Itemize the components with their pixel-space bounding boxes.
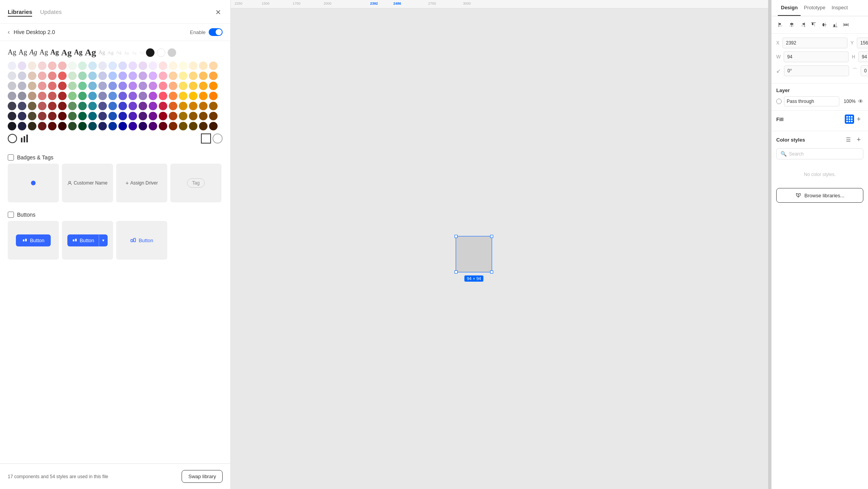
color-swatch[interactable] (209, 82, 218, 90)
color-swatch[interactable] (169, 72, 177, 80)
align-top-btn[interactable] (809, 20, 818, 29)
color-swatch[interactable] (48, 92, 57, 100)
color-swatch[interactable] (189, 102, 197, 110)
color-swatch[interactable] (199, 112, 208, 120)
color-swatch[interactable] (199, 82, 208, 90)
color-swatch[interactable] (139, 122, 147, 130)
color-swatch[interactable] (189, 92, 197, 100)
color-swatch[interactable] (18, 102, 26, 110)
color-swatch[interactable] (179, 72, 187, 80)
color-swatch[interactable] (88, 62, 97, 70)
rotation-input[interactable] (784, 65, 849, 76)
color-swatch[interactable] (58, 62, 67, 70)
color-swatch[interactable] (108, 102, 117, 110)
type-swatch-4[interactable]: Ag (39, 48, 48, 56)
align-middle-btn[interactable] (820, 20, 829, 29)
color-swatch[interactable] (78, 102, 87, 110)
color-swatch[interactable] (8, 102, 16, 110)
add-style-btn[interactable]: + (854, 135, 863, 144)
color-swatch[interactable] (189, 72, 197, 80)
color-swatch[interactable] (159, 82, 167, 90)
color-swatch[interactable] (88, 122, 97, 130)
color-swatch[interactable] (98, 62, 107, 70)
type-swatch-6[interactable]: Ag (61, 48, 72, 58)
color-swatch[interactable] (78, 112, 87, 120)
outline-circle-2[interactable] (213, 133, 223, 144)
color-swatch[interactable] (48, 72, 57, 80)
swap-library-button[interactable]: Swap library (182, 470, 223, 483)
color-swatch[interactable] (68, 92, 77, 100)
component-customer-name[interactable]: Customer Name (62, 164, 113, 202)
color-swatch[interactable] (88, 102, 97, 110)
color-swatch[interactable] (18, 62, 26, 70)
layer-mode-select[interactable]: Pass through (784, 96, 839, 106)
color-swatch[interactable] (58, 72, 67, 80)
blue-button-preview[interactable]: Button (16, 234, 51, 246)
color-swatch[interactable] (108, 72, 117, 80)
color-swatch[interactable] (149, 62, 157, 70)
color-swatch[interactable] (38, 62, 46, 70)
color-swatch[interactable] (48, 102, 57, 110)
color-swatch[interactable] (129, 62, 137, 70)
color-swatch[interactable] (78, 92, 87, 100)
color-swatch[interactable] (108, 92, 117, 100)
color-swatch-gray[interactable] (168, 48, 176, 57)
color-swatch[interactable] (48, 62, 57, 70)
add-fill-btn[interactable]: + (854, 115, 863, 124)
color-swatch[interactable] (149, 72, 157, 80)
color-swatch[interactable] (199, 72, 208, 80)
close-button[interactable]: ✕ (213, 8, 223, 17)
color-swatch[interactable] (28, 62, 36, 70)
color-swatch[interactable] (209, 72, 218, 80)
color-swatch[interactable] (68, 82, 77, 90)
color-swatch-white[interactable] (157, 48, 165, 57)
color-swatch[interactable] (139, 112, 147, 120)
color-swatch[interactable] (8, 82, 16, 90)
type-swatch-1[interactable]: Ag (8, 48, 16, 56)
color-swatch-black[interactable] (146, 48, 154, 57)
color-swatch[interactable] (88, 112, 97, 120)
color-swatch[interactable] (98, 112, 107, 120)
canvas-element[interactable]: 94 × 94 (456, 236, 492, 272)
color-swatch[interactable] (38, 112, 46, 120)
color-swatch[interactable] (28, 72, 36, 80)
color-swatch[interactable] (38, 102, 46, 110)
color-swatch[interactable] (199, 102, 208, 110)
color-swatch[interactable] (139, 72, 147, 80)
handle-br[interactable] (490, 270, 493, 274)
color-swatch[interactable] (159, 102, 167, 110)
visibility-toggle[interactable]: 👁 (858, 98, 863, 104)
split-button-arrow[interactable]: ▾ (99, 234, 108, 246)
color-swatch[interactable] (129, 102, 137, 110)
x-input[interactable] (782, 38, 847, 48)
type-swatch-11[interactable]: Ag (116, 50, 122, 55)
type-swatch-5[interactable]: Ag (50, 48, 59, 56)
color-swatch[interactable] (98, 122, 107, 130)
color-swatch[interactable] (48, 82, 57, 90)
color-swatch[interactable] (179, 82, 187, 90)
color-swatch[interactable] (179, 102, 187, 110)
color-swatch[interactable] (169, 112, 177, 120)
color-swatch[interactable] (149, 122, 157, 130)
component-assign-driver[interactable]: + Assign Driver (116, 164, 167, 202)
corner-input[interactable] (861, 65, 868, 76)
color-swatch[interactable] (28, 122, 36, 130)
type-swatch-9[interactable]: Ag (98, 50, 105, 56)
color-swatch[interactable] (108, 112, 117, 120)
color-swatch[interactable] (28, 92, 36, 100)
color-swatch[interactable] (58, 122, 67, 130)
component-tag[interactable]: Tag (170, 164, 221, 202)
component-split-button[interactable]: Button ▾ (62, 221, 113, 260)
color-swatch[interactable] (209, 102, 218, 110)
color-swatch[interactable] (209, 122, 218, 130)
color-swatch[interactable] (129, 112, 137, 120)
color-swatch[interactable] (8, 92, 16, 100)
color-swatch[interactable] (88, 72, 97, 80)
color-swatch[interactable] (169, 102, 177, 110)
color-swatch[interactable] (28, 102, 36, 110)
color-swatch[interactable] (58, 102, 67, 110)
color-swatch[interactable] (179, 92, 187, 100)
outline-button-preview[interactable]: Button (129, 234, 155, 246)
color-swatch[interactable] (159, 72, 167, 80)
color-swatch[interactable] (179, 62, 187, 70)
